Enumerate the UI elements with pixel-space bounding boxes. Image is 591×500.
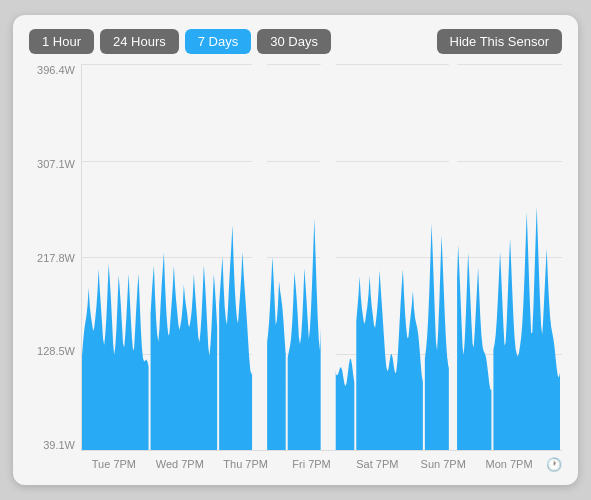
- y-label-2: 307.1W: [37, 158, 75, 170]
- 7-days-button[interactable]: 7 Days: [185, 29, 251, 54]
- sensor-card: 1 Hour 24 Hours 7 Days 30 Days Hide This…: [13, 15, 578, 485]
- x-label-sun: Sun 7PM: [410, 458, 476, 470]
- chart-canvas-element: [82, 64, 562, 450]
- y-label-4: 128.5W: [37, 345, 75, 357]
- x-label-sat: Sat 7PM: [344, 458, 410, 470]
- x-axis: Tue 7PM Wed 7PM Thu 7PM Fri 7PM Sat 7PM …: [81, 451, 562, 473]
- x-label-mon: Mon 7PM: [476, 458, 542, 470]
- chart-right: Tue 7PM Wed 7PM Thu 7PM Fri 7PM Sat 7PM …: [81, 64, 562, 473]
- y-label-3: 217.8W: [37, 252, 75, 264]
- x-label-fri: Fri 7PM: [279, 458, 345, 470]
- toolbar: 1 Hour 24 Hours 7 Days 30 Days Hide This…: [29, 29, 562, 54]
- chart-area: 396.4W 307.1W 217.8W 128.5W 39.1W Tue 7P…: [29, 64, 562, 473]
- y-label-top: 396.4W: [37, 64, 75, 76]
- y-axis: 396.4W 307.1W 217.8W 128.5W 39.1W: [29, 64, 81, 473]
- clock-icon: 🕐: [546, 457, 562, 472]
- chart-canvas: [81, 64, 562, 451]
- y-label-bottom: 39.1W: [43, 439, 75, 451]
- hide-sensor-button[interactable]: Hide This Sensor: [437, 29, 562, 54]
- x-label-wed: Wed 7PM: [147, 458, 213, 470]
- 24-hours-button[interactable]: 24 Hours: [100, 29, 179, 54]
- x-label-tue: Tue 7PM: [81, 458, 147, 470]
- 30-days-button[interactable]: 30 Days: [257, 29, 331, 54]
- x-label-thu: Thu 7PM: [213, 458, 279, 470]
- 1-hour-button[interactable]: 1 Hour: [29, 29, 94, 54]
